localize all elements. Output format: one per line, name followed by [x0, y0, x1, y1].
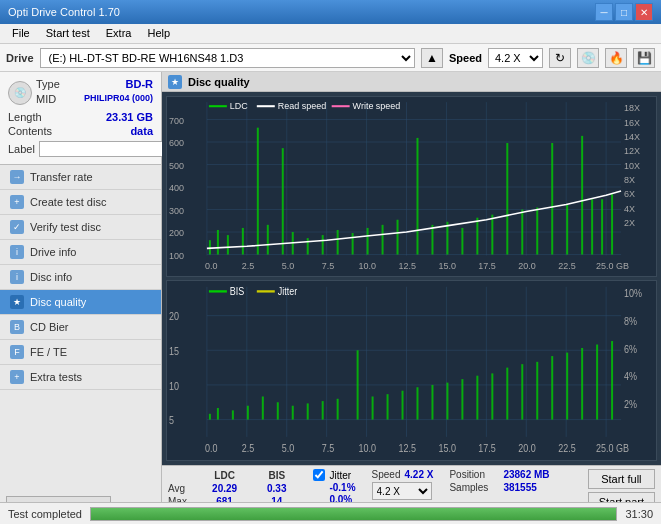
- svg-text:15.0: 15.0: [438, 261, 455, 271]
- svg-text:100: 100: [169, 251, 184, 261]
- ldc-header: LDC: [197, 469, 252, 482]
- svg-rect-63: [446, 222, 448, 255]
- svg-rect-125: [307, 403, 309, 419]
- svg-text:300: 300: [169, 206, 184, 216]
- nav-verify-test-disc[interactable]: ✓ Verify test disc: [0, 215, 161, 240]
- svg-rect-47: [217, 230, 219, 255]
- nav-fe-te[interactable]: F FE / TE: [0, 340, 161, 365]
- chart-header-icon: ★: [168, 75, 182, 89]
- svg-rect-49: [242, 228, 244, 255]
- statusbar: Test completed 31:30: [0, 502, 661, 524]
- disc-button[interactable]: 💿: [577, 48, 599, 68]
- svg-rect-46: [209, 240, 211, 254]
- fe-te-icon: F: [10, 345, 24, 359]
- nav-create-test-disc[interactable]: + Create test disc: [0, 190, 161, 215]
- svg-rect-66: [491, 215, 493, 255]
- menu-starttest[interactable]: Start test: [38, 26, 98, 41]
- svg-text:6X: 6X: [624, 189, 635, 199]
- svg-rect-69: [536, 207, 538, 254]
- svg-text:22.5: 22.5: [558, 261, 575, 271]
- svg-text:18X: 18X: [624, 103, 640, 113]
- contents-label: Contents: [8, 125, 52, 137]
- nav-label-verify-test-disc: Verify test disc: [30, 221, 101, 233]
- maximize-button[interactable]: □: [615, 3, 633, 21]
- svg-rect-144: [596, 345, 598, 420]
- label-input[interactable]: [39, 141, 172, 157]
- drive-select[interactable]: (E:) HL-DT-ST BD-RE WH16NS48 1.D3: [40, 48, 415, 68]
- chart-title: Disc quality: [188, 76, 250, 88]
- svg-text:BIS: BIS: [230, 285, 245, 297]
- svg-rect-76: [209, 105, 227, 107]
- svg-rect-123: [277, 402, 279, 419]
- menu-file[interactable]: File: [4, 26, 38, 41]
- svg-text:LDC: LDC: [230, 101, 248, 111]
- samples-label: Samples: [449, 482, 499, 493]
- svg-rect-119: [217, 408, 219, 420]
- eject-button[interactable]: ▲: [421, 48, 443, 68]
- svg-text:25.0 GB: 25.0 GB: [596, 442, 629, 454]
- close-button[interactable]: ✕: [635, 3, 653, 21]
- svg-rect-124: [292, 406, 294, 420]
- app-title: Opti Drive Control 1.70: [8, 6, 120, 18]
- create-test-disc-icon: +: [10, 195, 24, 209]
- svg-text:600: 600: [169, 138, 184, 148]
- nav-label-drive-info: Drive info: [30, 246, 76, 258]
- start-full-button[interactable]: Start full: [588, 469, 655, 489]
- drivebar: Drive (E:) HL-DT-ST BD-RE WH16NS48 1.D3 …: [0, 44, 661, 72]
- menu-help[interactable]: Help: [139, 26, 178, 41]
- length-value: 23.31 GB: [106, 111, 153, 123]
- svg-rect-132: [416, 387, 418, 419]
- svg-text:12.5: 12.5: [399, 261, 416, 271]
- svg-text:7.5: 7.5: [322, 442, 334, 454]
- svg-text:16X: 16X: [624, 118, 640, 128]
- progress-bar-container: [90, 507, 617, 521]
- svg-rect-52: [282, 148, 284, 254]
- nav-label-disc-info: Disc info: [30, 271, 72, 283]
- minimize-button[interactable]: ─: [595, 3, 613, 21]
- nav-transfer-rate[interactable]: → Transfer rate: [0, 165, 161, 190]
- svg-text:10X: 10X: [624, 161, 640, 171]
- svg-text:2X: 2X: [624, 218, 635, 228]
- bottom-chart: 20 15 10 5 10% 8% 6% 4% 2% 0.0 2.5 5.0 7…: [166, 280, 657, 461]
- cd-bier-icon: B: [10, 320, 24, 334]
- svg-text:500: 500: [169, 161, 184, 171]
- mid-value: PHILIPR04 (000): [84, 93, 153, 105]
- position-value: 23862 MB: [503, 469, 549, 480]
- nav-label-create-test-disc: Create test disc: [30, 196, 106, 208]
- speed-stat-value: 4.22 X: [404, 469, 433, 480]
- speed-select[interactable]: 4.2 X: [488, 48, 543, 68]
- nav-extra-tests[interactable]: + Extra tests: [0, 365, 161, 390]
- svg-text:22.5: 22.5: [558, 442, 575, 454]
- svg-text:5.0: 5.0: [282, 442, 295, 454]
- svg-rect-121: [247, 406, 249, 420]
- svg-text:20.0: 20.0: [518, 442, 536, 454]
- speed-stat-select[interactable]: 4.2 X: [372, 482, 432, 500]
- jitter-checkbox[interactable]: [313, 469, 325, 481]
- svg-text:4%: 4%: [624, 371, 637, 383]
- svg-rect-122: [262, 396, 264, 419]
- save-button[interactable]: 💾: [633, 48, 655, 68]
- refresh-button[interactable]: ↻: [549, 48, 571, 68]
- nav-disc-quality[interactable]: ★ Disc quality: [0, 290, 161, 315]
- svg-rect-137: [491, 373, 493, 419]
- burn-button[interactable]: 🔥: [605, 48, 627, 68]
- nav-label-fe-te: FE / TE: [30, 346, 67, 358]
- svg-rect-133: [431, 385, 433, 420]
- svg-rect-60: [397, 220, 399, 255]
- svg-text:8X: 8X: [624, 175, 635, 185]
- nav-cd-bier[interactable]: B CD Bier: [0, 315, 161, 340]
- menu-extra[interactable]: Extra: [98, 26, 140, 41]
- svg-text:400: 400: [169, 183, 184, 193]
- svg-text:12.5: 12.5: [399, 442, 416, 454]
- nav-drive-info[interactable]: i Drive info: [0, 240, 161, 265]
- svg-text:15.0: 15.0: [438, 442, 456, 454]
- nav-disc-info[interactable]: i Disc info: [0, 265, 161, 290]
- svg-rect-128: [357, 350, 359, 419]
- svg-rect-64: [461, 228, 463, 255]
- svg-text:Write speed: Write speed: [353, 101, 401, 111]
- svg-text:10.0: 10.0: [359, 442, 377, 454]
- svg-rect-139: [521, 364, 523, 419]
- svg-rect-51: [267, 225, 269, 255]
- svg-rect-58: [367, 228, 369, 255]
- svg-rect-135: [461, 379, 463, 419]
